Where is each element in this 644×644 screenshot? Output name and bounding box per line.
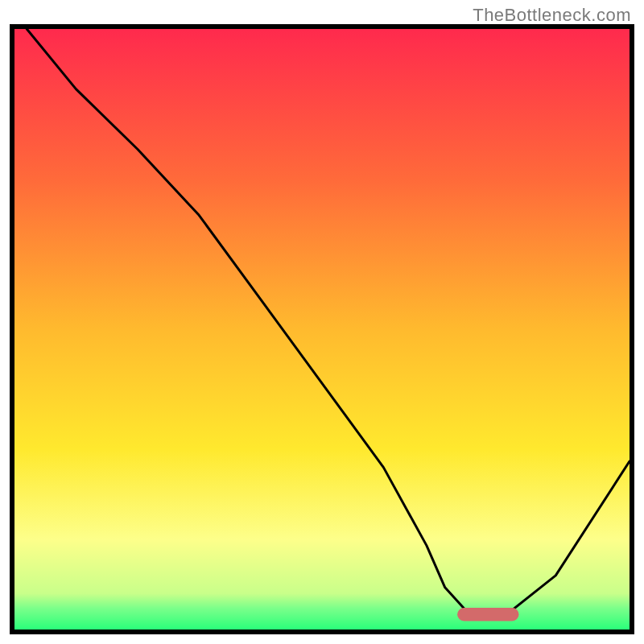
optimal-range-marker <box>457 608 518 621</box>
plot-border <box>10 24 634 634</box>
watermark-text: TheBottleneck.com <box>473 5 631 26</box>
plot-area <box>14 29 630 630</box>
chart-svg <box>14 29 630 630</box>
chart-frame: TheBottleneck.com <box>0 0 644 644</box>
